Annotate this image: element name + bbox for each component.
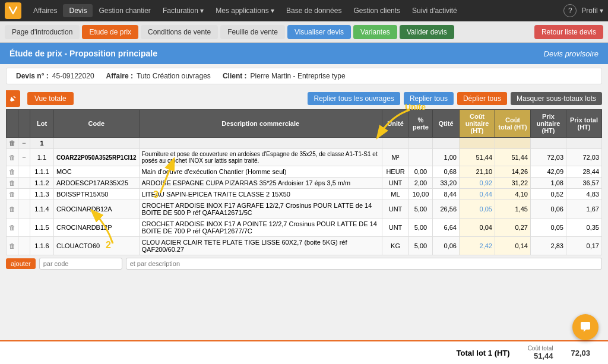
col-description: Description commerciale xyxy=(139,110,382,138)
help-button[interactable]: ? xyxy=(563,4,577,17)
row-qtite: 26,56 xyxy=(433,200,460,219)
devis-status: Devis provisoire xyxy=(544,49,598,58)
row-spacer xyxy=(18,219,30,237)
row-perte: 5,00 xyxy=(409,219,433,237)
nav-gestion-clients[interactable]: Gestion clients xyxy=(347,4,406,17)
row-unite: UNT xyxy=(382,219,409,237)
row-perte: 10,00 xyxy=(409,189,433,200)
row-unite: M² xyxy=(382,149,409,166)
nav-affaires[interactable]: Affaires xyxy=(27,4,63,17)
masquer-button[interactable]: Masquer sous-totaux lots xyxy=(511,92,602,105)
replier-ouvrages-button[interactable]: Replier tous les ouvrages xyxy=(308,92,400,105)
edit-icon[interactable] xyxy=(6,90,20,107)
table-row: 🗑 1.1.5 CROCINARDB12P CROCHET ARDOISE IN… xyxy=(7,219,602,237)
table-row: 🗑 − 1 xyxy=(7,138,602,149)
row-qtite: 1,00 xyxy=(433,149,460,166)
tab-page-introduction[interactable]: Page d'introduction xyxy=(5,25,80,39)
row-unite: KG xyxy=(382,237,409,255)
row-cout-t: 1,45 xyxy=(495,200,531,219)
tab-visualiser-devis[interactable]: Visualiser devis xyxy=(287,25,351,39)
row-spacer xyxy=(18,237,30,255)
row-qtite: 6,64 xyxy=(433,219,460,237)
row-cout-t: 51,44 xyxy=(495,149,531,166)
row-qtite: 0,06 xyxy=(433,237,460,255)
vue-totale-button[interactable]: Vue totale xyxy=(27,92,74,105)
table-row: 🗑 1.1.3 BOISSPTR15X50 LITEAU SAPIN-EPICE… xyxy=(7,189,602,200)
chat-button[interactable] xyxy=(572,314,598,340)
row-prix-t: 1,67 xyxy=(566,200,602,219)
table-row: 🗑 − 1.1 COARZ2P050A3525RP1CI12 Fournitur… xyxy=(7,149,602,166)
lot-code xyxy=(54,138,140,149)
row-prix-u: 0,52 xyxy=(531,189,566,200)
row-description: CROCHET ARDOISE INOX F17 A POINTE 12/2,7… xyxy=(139,219,382,237)
col-prix-total: Prix total (HT) xyxy=(566,110,602,138)
col-cout-total: Coût total (HT) xyxy=(495,110,531,138)
row-prix-t: 36,57 xyxy=(566,178,602,189)
row-delete-icon[interactable]: 🗑 xyxy=(7,138,18,149)
ajouter-button[interactable]: ajouter xyxy=(6,258,36,269)
tab-retour-liste-devis[interactable]: Retour liste devis xyxy=(534,25,603,39)
replier-button[interactable]: Replier tous xyxy=(404,92,454,105)
row-lot: 1.1.3 xyxy=(30,189,54,200)
row-description: ARDOISE ESPAGNE CUPA PIZARRAS 35*25 Ardo… xyxy=(139,178,382,189)
nav-facturation[interactable]: Facturation ▾ xyxy=(157,4,210,17)
tab-valider-devis[interactable]: Valider devis xyxy=(400,25,454,39)
row-delete-icon[interactable]: 🗑 xyxy=(7,166,18,178)
row-prix-u: 0,06 xyxy=(531,200,566,219)
row-unite: ML xyxy=(382,189,409,200)
row-cout-u: 2,42 xyxy=(460,237,495,255)
app-logo[interactable] xyxy=(5,2,21,19)
affaire-value: Tuto Création ouvrages xyxy=(137,72,211,80)
row-prix-u: 72,03 xyxy=(531,149,566,166)
tab-variantes[interactable]: Variantes xyxy=(353,25,397,39)
cout-total-header: Coût total xyxy=(528,345,553,352)
row-cout-u: 0,04 xyxy=(460,219,495,237)
row-spacer xyxy=(18,178,30,189)
second-navigation: Page d'introduction Etude de prix Condit… xyxy=(0,21,608,43)
add-description-input[interactable] xyxy=(126,258,602,270)
nav-devis[interactable]: Devis xyxy=(63,4,93,17)
row-collapse-icon[interactable]: − xyxy=(18,149,30,166)
row-description: LITEAU SAPIN-EPICEA TRAITE CLASSE 2 15X5… xyxy=(139,189,382,200)
deplier-button[interactable]: Déplier tous xyxy=(457,92,507,105)
nav-mes-applications[interactable]: Mes applications ▾ xyxy=(210,4,280,17)
lot-cout-u xyxy=(460,138,495,149)
nav-gestion-chantier[interactable]: Gestion chantier xyxy=(93,4,156,17)
row-perte: 0,00 xyxy=(409,166,433,178)
row-cout-u: 0,44 xyxy=(460,189,495,200)
lot-cout-t xyxy=(495,138,531,149)
row-delete-icon[interactable]: 🗑 xyxy=(7,237,18,255)
lot-perte xyxy=(409,138,433,149)
lot-unite xyxy=(382,138,409,149)
row-collapse-icon[interactable]: − xyxy=(18,138,30,149)
row-perte: 5,00 xyxy=(409,237,433,255)
row-delete-icon[interactable]: 🗑 xyxy=(7,178,18,189)
row-delete-icon[interactable]: 🗑 xyxy=(7,149,18,166)
nav-base-donnees[interactable]: Base de données xyxy=(280,4,347,17)
row-lot: 1.1.6 xyxy=(30,237,54,255)
header-bar: Étude de prix - Proposition principale D… xyxy=(0,43,608,64)
add-code-input[interactable] xyxy=(39,258,122,270)
nav-suivi-activite[interactable]: Suivi d'activité xyxy=(406,4,463,17)
row-spacer xyxy=(18,189,30,200)
col-lot: Lot xyxy=(30,110,54,138)
affaire-label: Affaire : xyxy=(106,72,133,80)
row-delete-icon[interactable]: 🗑 xyxy=(7,200,18,219)
row-cout-u: 21,10 xyxy=(460,166,495,178)
price-table: Lot Code Description commerciale Unité %… xyxy=(6,109,602,255)
profile-menu[interactable]: Profil ▾ xyxy=(581,7,603,15)
row-delete-icon[interactable]: 🗑 xyxy=(7,189,18,200)
col-unite: Unité xyxy=(382,110,409,138)
col-prix-unitaire: Prix unitaire (HT) xyxy=(531,110,566,138)
tab-feuille-vente[interactable]: Feuille de vente xyxy=(220,25,285,39)
col-code: Code xyxy=(54,110,140,138)
row-cout-t: 0,27 xyxy=(495,219,531,237)
row-cout-t: 31,22 xyxy=(495,178,531,189)
row-delete-icon[interactable]: 🗑 xyxy=(7,219,18,237)
client-label: Client : xyxy=(223,72,247,80)
tab-etude-prix[interactable]: Etude de prix xyxy=(82,25,138,39)
prix-total-column: 72,03 xyxy=(571,349,590,357)
tab-conditions-vente[interactable]: Conditions de vente xyxy=(141,25,218,39)
lot-number: 1 xyxy=(30,138,54,149)
devis-value: 45-09122020 xyxy=(52,72,94,80)
